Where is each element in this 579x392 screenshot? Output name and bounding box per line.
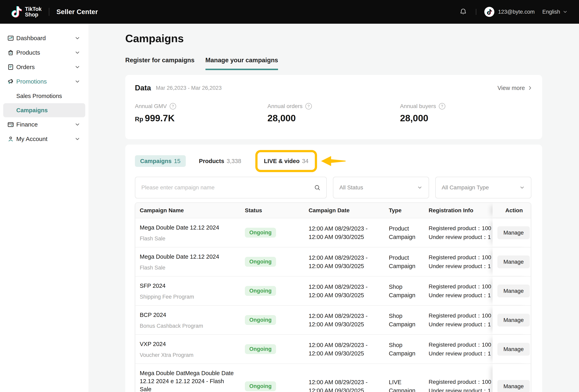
table-row: BCP 2024 Bonus Cashback Program Ongoing …: [135, 305, 531, 334]
tiktok-shop-logo[interactable]: TikTok Shop: [11, 6, 42, 17]
stat-annual-orders: Annual orders ? 28,000: [267, 103, 400, 123]
campaign-type: Product Campaign: [389, 253, 424, 270]
tab-live-and-video[interactable]: LIVE & video 34: [263, 155, 309, 167]
chevron-right-icon: [527, 85, 533, 91]
campaign-date-end: 12:00 AM 09/30/2025: [309, 386, 384, 392]
registered-product-count: Registered product：100: [429, 224, 493, 233]
chevron-down-icon: [417, 185, 423, 190]
tab-products[interactable]: Products 3,338: [194, 155, 246, 167]
avatar-tiktok-note-icon: [487, 9, 492, 15]
manage-button[interactable]: Manage: [497, 226, 530, 239]
table-body: Mega Double Date 12.12 2024 Flash Sale O…: [135, 218, 531, 392]
bell-icon[interactable]: [459, 8, 467, 16]
table-row: Mega Double Date 12.12 2024 Flash Sale O…: [135, 247, 531, 276]
manage-button[interactable]: Manage: [497, 380, 530, 392]
under-review-product-count: Under review product：1: [429, 233, 493, 242]
sidebar-item-dashboard[interactable]: Dashboard: [0, 31, 88, 45]
campaign-subtitle: Flash Sale: [140, 265, 240, 271]
status-badge: Ongoing: [245, 286, 276, 296]
chevron-down-icon: [74, 121, 80, 127]
table-row: SFP 2024 Shipping Fee Program Ongoing 12…: [135, 276, 531, 305]
stat-annual-buyers: Annual buyers ? 28,000: [400, 103, 533, 123]
tab-register-for-campaigns[interactable]: Register for campaigns: [125, 57, 195, 70]
chevron-down-icon: [74, 136, 80, 142]
language-selector[interactable]: English: [542, 9, 568, 15]
sidebar-item-my-account[interactable]: My Account: [0, 132, 88, 146]
stat-value: 28,000: [400, 113, 533, 123]
campaign-name: BCP 2024: [140, 311, 236, 319]
campaign-date-start: 12:00 AM 08/29/2023 -: [309, 312, 384, 320]
under-review-product-count: Under review product：1: [429, 291, 493, 300]
annotation-arrow-icon: [321, 156, 346, 167]
view-more-link[interactable]: View more: [498, 85, 533, 91]
tiktok-note-icon: [11, 6, 22, 17]
status-badge: Ongoing: [245, 228, 276, 238]
campaign-search: [135, 177, 327, 198]
table-row: Mega Double Date 12.12 2024 Flash Sale O…: [135, 218, 531, 247]
campaign-name: Mega Double Date 12.12 2024: [140, 224, 236, 231]
manage-button[interactable]: Manage: [497, 284, 530, 297]
campaign-subtitle: Flash Sale: [140, 235, 240, 242]
help-icon[interactable]: ?: [439, 103, 445, 110]
sidebar-item-finance[interactable]: Finance: [0, 117, 88, 132]
campaign-name: Mega Double DatMega Double Date 12.12 20…: [140, 369, 236, 392]
col-action: Action: [493, 203, 531, 218]
help-icon[interactable]: ?: [305, 103, 312, 110]
data-card: Data Mar 26,2023 - Mar 26,2023 View more…: [125, 75, 542, 139]
chevron-down-icon: [519, 185, 525, 190]
sidebar-item-products[interactable]: Products: [0, 45, 88, 60]
tab-campaigns[interactable]: Campaigns 15: [135, 155, 186, 167]
campaign-date-end: 12:00 AM 09/30/2025: [309, 291, 384, 299]
registered-product-count: Registered product：100: [429, 253, 493, 262]
chevron-down-icon: [74, 35, 80, 41]
account-icon: [7, 136, 14, 142]
sidebar-item-orders[interactable]: Orders: [0, 60, 88, 74]
campaign-date-end: 12:00 AM 09/30/2025: [309, 262, 384, 270]
campaigns-table: Campaign Name Status Campaign Date Type …: [135, 202, 531, 392]
stat-value: 28,000: [267, 113, 400, 123]
campaign-type-filter-select[interactable]: All Campaign Type: [435, 177, 531, 198]
manage-button[interactable]: Manage: [497, 255, 530, 268]
table-row: Mega Double DatMega Double Date 12.12 20…: [135, 363, 531, 392]
col-registration-info: Registration Info: [424, 203, 493, 218]
annotation-highlight-box: LIVE & video 34: [255, 150, 317, 172]
status-filter-select[interactable]: All Status: [333, 177, 429, 198]
campaign-type: Shop Campaign: [389, 341, 424, 358]
data-date-range: Mar 26,2023 - Mar 26,2023: [156, 85, 221, 91]
col-campaign-date: Campaign Date: [304, 203, 384, 218]
campaign-date-start: 12:00 AM 08/29/2023 -: [309, 341, 384, 349]
stat-annual-gmv: Annual GMV ? Rp999.7K: [135, 103, 267, 123]
account-email[interactable]: 123@byte.com: [498, 9, 535, 15]
topbar-divider: [49, 8, 49, 16]
promotions-icon: [7, 78, 14, 85]
topbar-right-divider: [476, 9, 476, 15]
campaign-name: SFP 2024: [140, 282, 236, 290]
chevron-down-icon: [74, 50, 80, 56]
orders-icon: [7, 64, 14, 70]
campaign-date-end: 12:00 AM 09/30/2025: [309, 233, 384, 241]
brand-wordmark: TikTok Shop: [25, 6, 42, 17]
data-card-title: Data: [135, 84, 151, 92]
help-icon[interactable]: ?: [170, 103, 176, 110]
avatar[interactable]: [484, 7, 494, 17]
page-title: Campaigns: [125, 32, 542, 45]
tab-manage-your-campaigns[interactable]: Manage your campaigns: [206, 57, 278, 70]
language-label: English: [542, 9, 560, 15]
search-icon: [314, 184, 321, 191]
search-input[interactable]: [141, 184, 314, 191]
campaign-type: Shop Campaign: [389, 312, 424, 329]
finance-icon: [7, 121, 14, 128]
under-review-product-count: Under review product：1: [429, 320, 493, 329]
campaign-date-start: 12:00 AM 08/29/2023 -: [309, 224, 384, 233]
list-tabs: Campaigns 15 Products 3,338 LIVE & video…: [135, 145, 533, 172]
registered-product-count: Registered product：100: [429, 378, 493, 386]
dashboard-icon: [7, 35, 14, 42]
under-review-product-count: Under review product：1: [429, 262, 493, 271]
sidebar-item-sales-promotions[interactable]: Sales Promotions: [0, 89, 88, 103]
sidebar-item-promotions[interactable]: Promotions: [0, 74, 88, 89]
manage-button[interactable]: Manage: [497, 314, 530, 327]
products-icon: [7, 49, 14, 56]
sidebar-item-campaigns[interactable]: Campaigns: [3, 103, 85, 117]
under-review-product-count: Under review product：1: [429, 386, 493, 392]
manage-button[interactable]: Manage: [497, 343, 530, 356]
